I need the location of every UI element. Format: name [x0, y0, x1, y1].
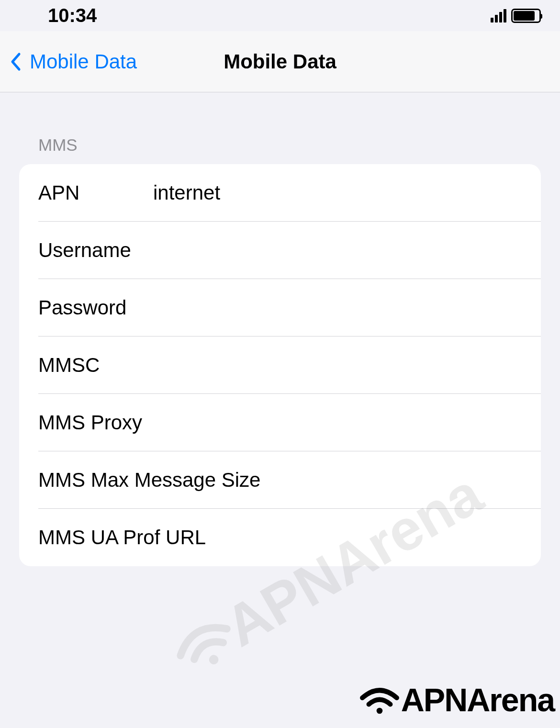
mmsc-label: MMSC: [38, 354, 153, 377]
mms-max-size-label: MMS Max Message Size: [38, 469, 260, 492]
mms-ua-prof-label: MMS UA Prof URL: [38, 526, 206, 549]
navigation-bar: Mobile Data Mobile Data: [0, 31, 560, 92]
back-button[interactable]: Mobile Data: [0, 50, 137, 73]
mms-ua-prof-input[interactable]: [206, 526, 522, 549]
back-label: Mobile Data: [30, 50, 137, 73]
brand-logo: APNArena: [358, 681, 554, 718]
mms-proxy-row[interactable]: MMS Proxy: [19, 394, 541, 451]
svg-point-1: [376, 707, 382, 714]
content-area: MMS APN Username Password MMSC MMS Proxy…: [0, 92, 560, 566]
page-title: Mobile Data: [224, 50, 336, 73]
section-header-mms: MMS: [19, 92, 541, 164]
battery-icon: [511, 9, 541, 23]
mms-proxy-input[interactable]: [142, 411, 522, 434]
chevron-left-icon: [10, 52, 21, 71]
mmsc-input[interactable]: [153, 354, 522, 377]
cellular-signal-icon: [491, 9, 506, 22]
status-time: 10:34: [48, 5, 97, 26]
status-indicators: [491, 9, 541, 23]
username-label: Username: [38, 239, 153, 262]
wifi-icon: [162, 604, 248, 687]
mms-settings-group: APN Username Password MMSC MMS Proxy MMS…: [19, 164, 541, 566]
password-row[interactable]: Password: [19, 279, 541, 336]
status-bar: 10:34: [0, 0, 560, 31]
wifi-icon: [358, 682, 401, 718]
apn-label: APN: [38, 181, 153, 204]
mms-max-size-input[interactable]: [260, 469, 522, 492]
password-input[interactable]: [153, 296, 522, 319]
apn-row[interactable]: APN: [19, 164, 541, 222]
username-row[interactable]: Username: [19, 222, 541, 279]
brand-text: APNArena: [401, 681, 554, 718]
svg-point-0: [207, 653, 220, 666]
mmsc-row[interactable]: MMSC: [19, 336, 541, 394]
mms-proxy-label: MMS Proxy: [38, 411, 142, 434]
mms-ua-prof-row[interactable]: MMS UA Prof URL: [19, 509, 541, 566]
username-input[interactable]: [153, 239, 522, 262]
mms-max-size-row[interactable]: MMS Max Message Size: [19, 451, 541, 509]
password-label: Password: [38, 296, 153, 319]
apn-input[interactable]: [153, 181, 522, 204]
